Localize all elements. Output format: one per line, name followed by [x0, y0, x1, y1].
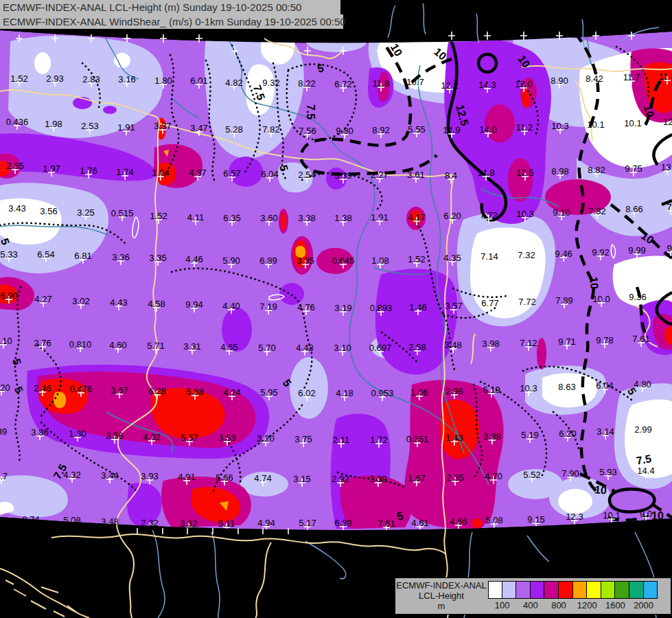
grid-value-label: 2.76 — [34, 338, 51, 348]
grid-value-label: 9.75 — [625, 163, 642, 174]
grid-value-label: 3.75 — [294, 434, 312, 444]
grid-value-label: 0.810 — [69, 339, 92, 350]
grid-value-label: 14.8 — [477, 168, 494, 178]
grid-value-label: 3.20 — [257, 433, 274, 444]
grid-value-label: 9. — [667, 243, 672, 253]
grid-value-label: 2.92 — [332, 474, 349, 484]
legend-tick-label: 2000 — [634, 600, 653, 610]
grid-value-label: 8.63 — [558, 382, 575, 392]
grid-value-label: 9.99 — [628, 245, 645, 255]
grid-value-label: 5.39 — [334, 170, 351, 181]
grid-value-label: 2.96 — [445, 386, 463, 396]
grid-value-label: 9.32 — [262, 78, 279, 88]
title-bar-lcl: ECMWF-INDEX-ANAL LCL-Height (m) Sunday 1… — [0, 0, 340, 14]
grid-value-label: 3.56 — [106, 431, 123, 441]
grid-value-label: 5.08 — [485, 515, 502, 525]
grid-value-label: 1.67 — [408, 473, 425, 483]
grid-value-label: 3.36 — [112, 252, 129, 262]
grid-value-label: 13.0 — [515, 79, 532, 89]
grid-value-label: 14.4 — [637, 466, 654, 476]
grid-value-label: 3.48 — [444, 340, 461, 350]
grid-value-label: 10.7 — [406, 77, 424, 87]
grid-value-label: 3.43 — [8, 203, 25, 214]
grid-value-label: 6.81 — [74, 251, 91, 261]
grid-value-label: 1.72 — [370, 435, 387, 445]
grid-value-label: 4.24 — [223, 387, 240, 398]
grid-value-label: 4.40 — [222, 301, 240, 311]
grid-value-label: 11.5 — [659, 71, 672, 82]
grid-value-label: 14.0 — [479, 124, 496, 135]
grid-value-label: 12.5 — [516, 168, 533, 178]
grid-value-label: 6.04 — [261, 169, 278, 179]
grid-value-label: 7.72 — [480, 210, 497, 220]
grid-value-label: 5.33 — [0, 249, 17, 260]
title-bar-windshear: ECMWF-INDEX-ANAL WindShear_ (m/s) 0-1km … — [0, 14, 343, 29]
grid-value-label: 6.89 — [259, 255, 277, 266]
grid-value-label: 8.92 — [372, 125, 389, 135]
grid-value-label: 5.57 — [181, 433, 198, 443]
legend-swatch — [573, 581, 588, 599]
grid-value-label: 0.839 — [0, 426, 7, 437]
grid-value-label: 2.11 — [333, 435, 349, 445]
grid-value-label: 5.52 — [523, 470, 540, 480]
grid-value-label: 0.476 — [70, 384, 93, 394]
grid-value-label: 9.10 — [553, 207, 570, 218]
legend-swatch — [516, 581, 531, 599]
grid-value-label: 8.22 — [298, 78, 315, 89]
grid-value-label: 12. — [663, 117, 672, 127]
grid-value-label: 5.17 — [299, 518, 316, 528]
grid-value-label: 9.94 — [185, 299, 202, 310]
grid-value-label: 1.08 — [371, 255, 389, 266]
legend-title-line2: LCL-Height — [395, 591, 487, 601]
grid-value-label: 3.57 — [445, 301, 462, 311]
grid-value-label: 12.3 — [566, 512, 583, 522]
grid-value-label: 2.83 — [82, 74, 100, 84]
grid-value-label: 4.35 — [443, 253, 461, 263]
grid-value-label: 7.82 — [588, 206, 605, 216]
grid-value-label: 6.19 — [483, 385, 500, 395]
legend-tick-label: 1200 — [577, 600, 597, 610]
grid-value-label: 3.32 — [180, 518, 197, 529]
grid-value-label: 3.02 — [72, 296, 89, 306]
grid-value-label: 6.54 — [37, 249, 54, 260]
grid-value-label: 3.93 — [141, 471, 158, 481]
grid-value-label: 3.86 — [31, 427, 48, 437]
grid-value-label: 3.67 — [111, 385, 128, 396]
grid-value-label: 3.53 — [218, 433, 235, 443]
grid-value-label: 0.697 — [369, 343, 392, 353]
grid-value-label: 0.515 — [111, 208, 134, 218]
grid-value-label: 4.65 — [220, 342, 237, 352]
grid-value-label: 6.02 — [298, 388, 315, 398]
grid-value-label: 4.61 — [411, 518, 428, 528]
grid-value-label: 5.55 — [408, 124, 425, 135]
grid-value-label: 4.80 — [634, 379, 651, 389]
grid-value-label: 4.82 — [225, 78, 242, 88]
grid-value-label: 4.76 — [297, 302, 314, 312]
legend-tick-labels: 100400800120016002000 — [488, 600, 658, 613]
grid-value-label: 7.89 — [555, 295, 572, 306]
grid-value-label: 4.32 — [63, 470, 80, 480]
legend-title-line1: ECMWF-INDEX-ANAL — [395, 580, 487, 591]
grid-value-label: 3.44 — [101, 470, 118, 481]
grid-value-label: 7.32 — [518, 250, 535, 260]
grid-value-label: 5.88 — [186, 387, 203, 397]
grid-value-label: 6.28 — [148, 386, 165, 396]
title-windshear-text: ECMWF-INDEX-ANAL WindShear_ (m/s) 0-1km … — [3, 16, 346, 27]
grid-value-label: 6.72 — [334, 79, 351, 89]
grid-value-label: 7.61 — [378, 518, 395, 529]
grid-value-label: 7.90 — [561, 468, 579, 479]
grid-value-label: 1.7 — [0, 471, 8, 481]
grid-value-label: 5.95 — [260, 387, 277, 398]
grid-value-label: 2.85 — [6, 161, 23, 171]
grid-value-label: 4.02 — [143, 432, 160, 442]
grid-value-label: 3.31 — [183, 341, 200, 352]
grid-value-label: 0.645 — [332, 255, 355, 266]
grid-value-label: 3.19 — [334, 303, 351, 313]
grid-value-label: 5.90 — [222, 255, 240, 266]
grid-value-label: 3.25 — [77, 207, 94, 218]
grid-value-label: 8.42 — [586, 73, 603, 84]
grid-value-label: 0.953 — [371, 388, 394, 398]
grid-value-label: 7.82 — [262, 124, 279, 135]
legend-unit: m — [395, 601, 487, 611]
grid-value-label: 5.19 — [521, 430, 538, 440]
